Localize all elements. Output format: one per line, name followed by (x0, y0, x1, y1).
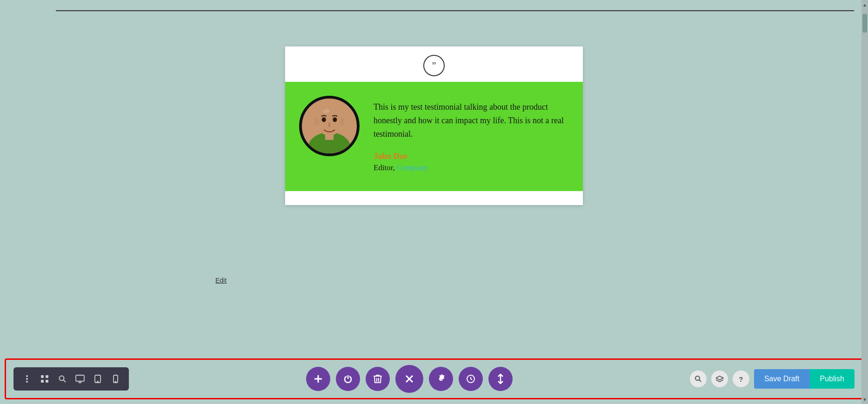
help-button[interactable]: ? (733, 371, 749, 387)
more-options-button[interactable] (19, 371, 35, 387)
top-divider (56, 10, 854, 11)
publish-button[interactable]: Publish (810, 369, 855, 389)
scroll-up-button[interactable]: ▲ (861, 0, 868, 9)
right-tools-group: ? Save Draft Publish (690, 369, 855, 389)
svg-point-5 (340, 118, 345, 126)
close-button[interactable] (395, 365, 423, 393)
grid-view-button[interactable] (37, 371, 53, 387)
left-tools-group (13, 367, 129, 391)
save-draft-button[interactable]: Save Draft (754, 369, 810, 389)
center-tools-group (306, 365, 513, 393)
scroll-down-button[interactable]: ▼ (861, 395, 868, 404)
svg-point-9 (26, 375, 28, 377)
avatar (299, 96, 360, 156)
testimonial-author-name: John Doe (374, 152, 564, 161)
publish-group: Save Draft Publish (754, 369, 855, 389)
toolbar-outline: ? Save Draft Publish (5, 358, 863, 399)
svg-rect-12 (41, 375, 44, 378)
scrollbar[interactable]: ▲ ▼ (861, 0, 868, 404)
svg-point-16 (60, 376, 64, 381)
svg-point-22 (97, 381, 98, 382)
svg-point-34 (695, 376, 700, 380)
search-icon-button[interactable] (690, 371, 707, 387)
svg-rect-18 (76, 375, 84, 381)
svg-line-17 (64, 380, 66, 383)
layers-button[interactable] (711, 371, 728, 387)
scrollbar-thumb[interactable] (862, 14, 867, 33)
svg-point-7 (333, 117, 337, 122)
bottom-toolbar: ? Save Draft Publish (0, 348, 868, 404)
svg-rect-14 (41, 380, 44, 383)
testimonial-card: ” (285, 46, 583, 205)
settings-button[interactable] (429, 367, 453, 391)
delete-button[interactable] (366, 367, 390, 391)
quote-top-section: ” (285, 46, 583, 82)
svg-line-35 (699, 380, 701, 382)
testimonial-author-company: Company (397, 163, 427, 172)
svg-point-4 (314, 118, 319, 126)
testimonial-text-area: This is my test testimonial talking abou… (374, 96, 564, 172)
testimonial-author-role: Editor, Company (374, 163, 564, 172)
main-content: ” (0, 28, 868, 348)
search-button[interactable] (54, 371, 70, 387)
mobile-view-button[interactable] (107, 371, 123, 387)
svg-point-10 (26, 378, 28, 380)
tablet-view-button[interactable] (90, 371, 106, 387)
svg-point-6 (322, 117, 326, 122)
svg-rect-15 (46, 380, 48, 383)
svg-point-24 (115, 381, 116, 382)
power-button[interactable] (336, 367, 360, 391)
responsive-button[interactable] (488, 367, 513, 391)
avatar-container (299, 96, 360, 156)
edit-link[interactable]: Edit (215, 277, 227, 284)
testimonial-body: This is my test testimonial talking abou… (285, 82, 583, 191)
testimonial-quote: This is my test testimonial talking abou… (374, 100, 564, 140)
testimonial-bottom-section (285, 191, 583, 205)
add-button[interactable] (306, 367, 330, 391)
svg-point-11 (26, 381, 28, 383)
svg-rect-13 (46, 375, 48, 378)
avatar-image (302, 99, 357, 153)
history-button[interactable] (459, 367, 483, 391)
desktop-view-button[interactable] (72, 371, 88, 387)
quote-icon: ” (423, 55, 445, 76)
